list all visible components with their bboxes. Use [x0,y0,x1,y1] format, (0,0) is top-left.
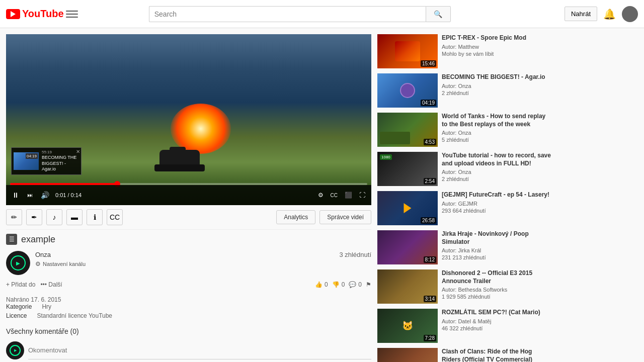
flag-button[interactable]: ⚑ [366,281,371,288]
section-icon [6,234,17,245]
sidebar-info-3: YouTube tutorial - how to record, save a… [442,152,552,186]
cc-button[interactable]: CC [329,192,340,199]
analytics-button[interactable]: Analytics [276,210,315,224]
thumb-duration-1: 04:19 [421,100,436,106]
category-value: Hry [42,303,51,310]
sidebar-author-6: Autor: Bethesda Softworks [442,287,552,293]
notifications-icon[interactable]: 🔔 [603,8,616,20]
upload-button[interactable]: Nahrát [565,7,597,21]
sidebar-title-6: Dishonored 2 -- Official E3 2015 Announc… [442,269,552,285]
thumb-duration-7: 7:28 [424,335,436,341]
like-dislike-area: 👍 0 👎 0 💬 0 ⚑ [315,281,371,288]
add-to-button[interactable]: + Přidat do [6,281,35,288]
sidebar-views-1: 2 zhlédnutí [442,90,552,96]
sidebar-title-3: YouTube tutorial - how to record, save a… [442,152,552,167]
sidebar-title-8: Clash of Clans: Ride of the Hog Riders (… [442,348,552,362]
category-key: Kategorie [6,303,32,310]
video-player-wrapper: 04:19 55:19 BECOMING THE BIGGEST! - Agar… [6,34,371,205]
video-player[interactable]: 04:19 55:19 BECOMING THE BIGGEST! - Agar… [6,34,371,205]
controls-right: ⚙ CC ⬛ ⛶ [316,191,367,200]
video-overlay-thumb[interactable]: 04:19 55:19 BECOMING THE BIGGEST! - Agar… [11,147,82,175]
comment-icon: 💬 [349,281,356,288]
fullscreen-button[interactable]: ⛶ [357,191,367,200]
comment-input[interactable] [28,341,371,359]
commenter-avatar-inner [10,345,21,356]
more-button[interactable]: ••• Další [40,281,62,288]
sidebar-author-3: Autor: Onza [442,169,552,175]
sidebar-item[interactable]: 15:46 EPIC T-REX - Spore Epic Mod Autor:… [377,34,552,68]
card-icon-button[interactable]: ▬ [66,209,83,225]
time-current: 0:01 [55,192,66,198]
sidebar-item[interactable]: 3:14 Dishonored 2 -- Official E3 2015 An… [377,269,552,304]
search-input[interactable] [149,6,426,22]
comment-count-button[interactable]: 💬 0 [349,281,362,288]
sidebar-title-0: EPIC T-REX - Spore Epic Mod [442,34,552,42]
user-avatar[interactable] [622,6,638,22]
sidebar-title-2: World of Tanks - How to send replay to t… [442,113,552,128]
overlay-badge: 04:19 [26,153,38,159]
music-icon-button[interactable]: ♪ [46,209,62,225]
sidebar-thumb-1: 04:19 [377,73,438,108]
sidebar-thumb-8: 1:01 [377,348,438,362]
settings-label: Nastavení kanálu [43,261,86,267]
volume-button[interactable]: 🔊 [39,190,51,200]
yt-logo-text: YouTube [22,8,64,20]
video-view-count: 3 zhlédnutí [339,251,371,258]
comments-title: Všechny komentáře (0) [6,327,371,335]
youtube-logo[interactable]: YouTube [6,8,64,20]
thumb-duration-0: 15:46 [421,60,436,67]
channel-settings-button[interactable]: Nastavení kanálu [35,260,334,267]
channel-avatar[interactable] [6,251,30,275]
explosion-effect [171,104,231,154]
sidebar-item[interactable]: 4:53 World of Tanks - How to send replay… [377,113,552,147]
sidebar-item[interactable]: 26:58 [GEJMR] FutureCraft - ep 54 - Lase… [377,191,552,225]
sidebar-title-1: BECOMING THE BIGGEST! - Agar.io [442,73,552,81]
sidebar-item[interactable]: 8:12 Jirka Hraje - Novinkový / Poop Simu… [377,230,552,264]
settings-button[interactable]: ⚙ [316,191,326,200]
header-right: Nahrát 🔔 [565,6,638,22]
edit-icon-button[interactable]: ✏ [6,209,22,225]
comments-section: Všechny komentáře (0) [6,327,371,359]
flag-icon: ⚑ [366,281,371,288]
comment-count: 0 [358,281,362,288]
license-key: Licence [6,312,27,319]
time-total: 0:14 [71,192,82,198]
sidebar-author-1: Autor: Onza [442,83,552,89]
meta-row-category: Kategorie Hry [6,303,371,310]
sidebar-info-0: EPIC T-REX - Spore Epic Mod Autor: Matth… [442,34,552,68]
upload-date: Nahráno 17. 6. 2015 [6,296,371,303]
search-button[interactable] [426,6,451,22]
overlay-close-icon[interactable]: ✕ [76,149,80,154]
theater-button[interactable]: ⬛ [343,191,354,200]
pause-button[interactable]: ⏸ [10,190,21,200]
thumb-duration-4: 26:58 [421,217,436,224]
main-container: 04:19 55:19 BECOMING THE BIGGEST! - Agar… [0,28,644,362]
channel-avatar-inner [11,255,26,270]
sidebar-thumb-7: 🐱 7:28 [377,309,438,343]
subtitle-icon-button[interactable]: CC [107,209,123,225]
time-display: 0:01 / 0:14 [55,192,82,198]
overlay-title: BECOMING THE BIGGEST! - Agar.io [42,155,79,172]
video-title-text: example [21,234,55,245]
sidebar-item[interactable]: 1080 2:54 YouTube tutorial - how to reco… [377,152,552,186]
info-icon-button[interactable]: ℹ [87,209,103,225]
like-button[interactable]: 👍 0 [315,281,328,288]
header: YouTube Nahrát 🔔 [0,0,644,28]
sidebar-thumb-3: 1080 2:54 [377,152,438,186]
sidebar-thumb-0: 15:46 [377,34,438,68]
manage-videos-button[interactable]: Správce videí [319,210,371,224]
sidebar-title-5: Jirka Hraje - Novinkový / Poop Simulator [442,230,552,246]
sidebar-item[interactable]: 1:01 Clash of Clans: Ride of the Hog Rid… [377,348,552,362]
section-title: example [6,234,371,245]
menu-icon[interactable] [66,8,78,20]
channel-info: Onza Nastavení kanálu [35,251,334,267]
thumb-duration-5: 8:12 [424,256,436,263]
next-button[interactable]: ⏭ [25,191,35,199]
dislike-button[interactable]: 👎 0 [332,281,345,288]
sidebar-item[interactable]: 04:19 BECOMING THE BIGGEST! - Agar.io Au… [377,73,552,108]
sidebar-info-5: Jirka Hraje - Novinkový / Poop Simulator… [442,230,552,264]
overlay-thumb-img: 04:19 [14,152,39,170]
logo-area: YouTube [6,8,84,20]
brush-icon-button[interactable]: ✒ [26,209,42,225]
sidebar-item[interactable]: 🐱 7:28 ROZMLÁTIL SEM PC?! (Cat Mario) Au… [377,309,552,343]
